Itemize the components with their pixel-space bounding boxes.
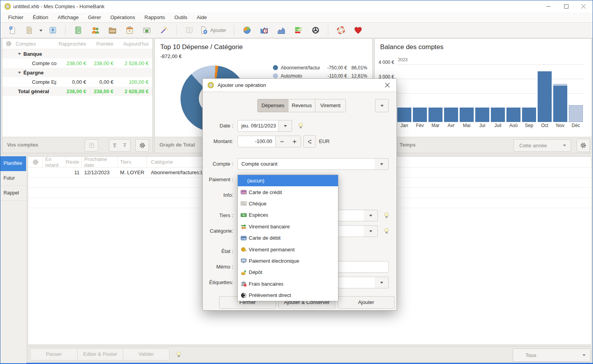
donate-button[interactable]: [349, 24, 366, 37]
amount-input[interactable]: -100.00: [237, 136, 276, 147]
account-input[interactable]: Compte courant: [237, 158, 375, 170]
amount-plus-button[interactable]: [288, 136, 301, 147]
save-button[interactable]: [44, 24, 61, 37]
balance-bar-Fév[interactable]: [413, 108, 427, 122]
payment-option-de-po-t[interactable]: Dépôt: [238, 267, 338, 278]
stats-budget-button[interactable]: [290, 24, 307, 37]
dialog-close-icon[interactable]: [380, 79, 394, 92]
filter-select[interactable]: Tous: [513, 348, 591, 362]
time-range-select[interactable]: Cette année: [513, 139, 571, 152]
col-enretard[interactable]: En retard: [43, 157, 65, 167]
skip-button[interactable]: Passer: [30, 348, 78, 360]
account-total-row[interactable]: Total général238,00 €238,00 €2 628,00 €: [2, 87, 152, 96]
balance-bar-Aoû[interactable]: [506, 108, 520, 122]
expand-all-button[interactable]: [109, 139, 120, 152]
account-row[interactable]: Compte courant238,00 €238,00 €2 528,00 €: [2, 58, 152, 68]
menu-gerer[interactable]: Gérer: [83, 12, 106, 22]
maximize-button[interactable]: [558, 0, 575, 12]
menu-outils[interactable]: Outils: [170, 12, 192, 22]
payees-button[interactable]: [87, 24, 104, 37]
edit-post-button[interactable]: Editer & Poster: [77, 348, 123, 360]
tab-revenus[interactable]: Revenus: [288, 99, 315, 112]
collapse-all-button[interactable]: [119, 139, 131, 152]
account-group-row[interactable]: Banque: [2, 49, 152, 58]
payment-option-carte-de-cre-dit[interactable]: Carte de crédit: [238, 186, 338, 198]
close-button[interactable]: [575, 0, 592, 12]
tab-virement[interactable]: Virement: [315, 99, 346, 112]
export-button[interactable]: [85, 139, 98, 152]
balance-bar-Jan[interactable]: [397, 108, 411, 122]
payment-option-virement-permanent[interactable]: Virement permanent: [238, 244, 338, 255]
budget-button[interactable]: [138, 24, 155, 37]
payment-option-paiement-e-lectronique[interactable]: Paiement électronique: [238, 255, 338, 267]
payment-option-espe-ces[interactable]: Espèces: [238, 209, 338, 221]
col-tiers[interactable]: Tiers: [118, 157, 147, 167]
open-button[interactable]: [21, 24, 38, 37]
sidebar-tab-futur[interactable]: Futur: [0, 171, 26, 186]
payment-option-aucun[interactable]: (aucun): [238, 175, 338, 186]
col-rapprochee[interactable]: Rapprochée: [57, 41, 89, 47]
scheduled-columns-gear-icon[interactable]: [28, 157, 43, 167]
balance-bar-Mai[interactable]: [460, 108, 474, 122]
sidebar-tab-planifiee[interactable]: Planifiée: [0, 156, 26, 171]
balance-bar-Sep[interactable]: [522, 108, 536, 122]
stats-pie-button[interactable]: [238, 24, 255, 37]
payment-option-che-que[interactable]: Chèque: [238, 198, 338, 209]
account-group-row[interactable]: Épargne: [2, 68, 152, 77]
payment-option-pre-le-vement-direct[interactable]: Prélèvement direct: [238, 290, 338, 301]
amount-minus-button[interactable]: [276, 136, 289, 147]
post-button[interactable]: Valider: [123, 348, 170, 360]
menu-fichier[interactable]: Fichier: [4, 12, 28, 22]
stats-time-button[interactable]: [255, 24, 273, 37]
col-aujourdhui[interactable]: Aujourd'hui: [116, 41, 152, 47]
account-row[interactable]: Compte Epargne0,00 €0,00 €100,00 €: [2, 77, 152, 87]
tab-depenses[interactable]: Dépenses: [257, 99, 289, 112]
tree-collapse-icon[interactable]: [18, 53, 21, 57]
stats-trend-button[interactable]: [273, 24, 290, 37]
balance-bar-Juil[interactable]: [491, 108, 505, 122]
dialog-options-dropdown[interactable]: [375, 99, 389, 112]
open-recent-dropdown[interactable]: [38, 24, 44, 37]
tree-collapse-icon[interactable]: [18, 72, 21, 75]
balance-bar-Oct[interactable]: [538, 71, 552, 122]
help-button[interactable]: [332, 24, 349, 37]
account-dropdown-button[interactable]: [375, 158, 389, 170]
payment-option-carte-de-de-bit[interactable]: Carte de débit: [238, 232, 338, 244]
add-button[interactable]: Ajouter: [338, 296, 395, 309]
sidebar-tab-rappel[interactable]: Rappel: [0, 186, 26, 201]
balance-bar-Avr[interactable]: [444, 108, 458, 122]
categories-button[interactable]: [104, 24, 121, 37]
menu-affichage[interactable]: Affichage: [53, 12, 83, 22]
accounts-button[interactable]: [69, 24, 87, 37]
col-pointee[interactable]: Pointée: [89, 41, 116, 47]
menu-edition[interactable]: Édition: [28, 12, 53, 22]
forecast-bar-Déc[interactable]: [569, 105, 583, 122]
tags-dropdown-button[interactable]: [375, 277, 389, 288]
date-dropdown-button[interactable]: [279, 120, 292, 132]
accounts-settings-gear-icon[interactable]: [135, 139, 149, 152]
payee-dropdown-button[interactable]: [364, 210, 378, 221]
balance-bar-Jui[interactable]: [475, 108, 489, 122]
col-comptes[interactable]: Comptes: [16, 41, 57, 47]
vehicle-cost-button[interactable]: [307, 24, 324, 37]
assistant-button[interactable]: [155, 24, 172, 37]
new-button[interactable]: [4, 24, 21, 37]
show-operations-button[interactable]: [181, 24, 198, 37]
accounts-columns-gear-icon[interactable]: [5, 41, 12, 47]
menu-rapports[interactable]: Rapports: [140, 12, 170, 22]
col-reste[interactable]: Reste: [65, 157, 82, 167]
menu-aide[interactable]: Aide: [192, 12, 212, 22]
date-input[interactable]: jeu. 09/11/2023: [237, 120, 279, 132]
col-prochainedate[interactable]: Prochaine date: [82, 157, 118, 167]
add-operation-button[interactable]: Ajouter: [198, 24, 230, 37]
menu-operations[interactable]: Opérations: [106, 12, 140, 22]
minimize-button[interactable]: [540, 0, 557, 12]
split-amount-button[interactable]: [303, 135, 316, 148]
category-dropdown-button[interactable]: [364, 225, 378, 237]
balance-bar-Mar[interactable]: [428, 108, 443, 122]
balance-bar-Nov[interactable]: [553, 86, 567, 122]
payment-option-virement-bancaire[interactable]: Virement bancaire: [238, 221, 338, 232]
payment-option-frais-bancaires[interactable]: Frais bancaires: [238, 278, 338, 290]
scheduled-button[interactable]: [121, 24, 138, 37]
balance-settings-gear-icon[interactable]: [577, 139, 590, 152]
